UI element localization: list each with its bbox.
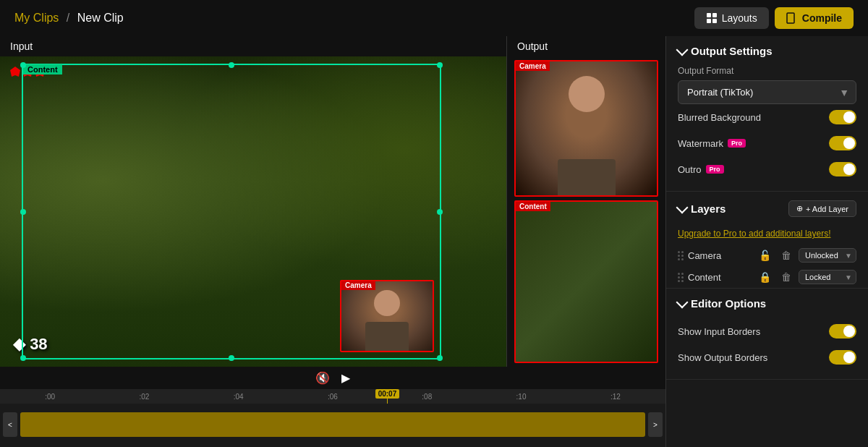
breadcrumb-my-clips[interactable]: My Clips bbox=[14, 12, 59, 24]
show-input-borders-label: Show Input Borders bbox=[678, 326, 760, 337]
breadcrumb-new-clip: New Clip bbox=[77, 12, 124, 24]
upgrade-text[interactable]: Upgrade to Pro to add additional layers! bbox=[666, 226, 868, 244]
blurred-bg-toggle[interactable] bbox=[829, 110, 856, 124]
output-game-bg bbox=[516, 202, 657, 362]
output-format-select[interactable]: Portrait (TikTok) Landscape (YouTube) Sq… bbox=[678, 80, 856, 104]
resize-handle-br[interactable] bbox=[437, 355, 443, 361]
show-output-borders-knob bbox=[843, 352, 855, 363]
timeline-playhead[interactable]: 00:07 bbox=[375, 389, 400, 404]
watermark-toggle[interactable] bbox=[829, 136, 856, 150]
outro-label-group: Outro Pro bbox=[678, 164, 724, 175]
svg-rect-4 bbox=[787, 13, 794, 23]
editor-options-title: Editor Options bbox=[678, 297, 766, 310]
mark-6: :12 bbox=[569, 393, 663, 401]
output-camera-section: Camera bbox=[514, 60, 658, 197]
content-drag-handle[interactable] bbox=[678, 273, 684, 282]
right-panel: Output Settings Output Format Portrait (… bbox=[665, 36, 868, 447]
breadcrumb: My Clips / New Clip bbox=[14, 12, 124, 25]
content-lock-icon[interactable]: 🔒 bbox=[756, 270, 774, 284]
watermark-knob bbox=[843, 137, 855, 149]
camera-person-input bbox=[341, 281, 433, 351]
watermark-label-group: Watermark Pro bbox=[678, 138, 746, 149]
output-canvas: Camera Content bbox=[507, 56, 665, 367]
content-layer-row: Content 🔒 🗑 Unlocked Locked ▼ bbox=[666, 266, 868, 288]
svg-rect-2 bbox=[707, 19, 711, 23]
output-person-body bbox=[558, 159, 616, 195]
compile-button[interactable]: Compile bbox=[775, 7, 854, 29]
layouts-icon bbox=[706, 12, 718, 24]
output-person-head bbox=[569, 76, 605, 112]
add-layer-icon: ⊕ bbox=[796, 204, 803, 213]
resize-handle-tr[interactable] bbox=[437, 62, 443, 68]
output-format-label: Output Format bbox=[678, 66, 856, 76]
resize-handle-bl[interactable] bbox=[20, 355, 26, 361]
header-buttons: Layouts Compile bbox=[694, 7, 854, 29]
output-settings-header[interactable]: Output Settings bbox=[666, 36, 868, 66]
editor-options-header[interactable]: Editor Options bbox=[666, 289, 868, 318]
show-input-borders-row: Show Input Borders bbox=[678, 318, 856, 344]
resize-handle-rm[interactable] bbox=[437, 209, 443, 215]
resize-handle-tm[interactable] bbox=[229, 62, 234, 68]
main: Input ◆ 38 bbox=[0, 36, 868, 447]
blurred-bg-row: Blurred Background bbox=[678, 104, 856, 130]
output-settings-content: Output Format Portrait (TikTok) Landscap… bbox=[666, 66, 868, 191]
camera-drag-handle[interactable] bbox=[678, 251, 684, 260]
chevron-layers bbox=[676, 201, 689, 213]
play-icon: ▶ bbox=[341, 371, 350, 385]
show-input-borders-knob bbox=[843, 325, 855, 337]
layers-title[interactable]: Layers bbox=[678, 203, 726, 215]
chevron-editor-options bbox=[676, 296, 689, 308]
output-settings-title: Output Settings bbox=[678, 45, 773, 57]
mute-icon: 🔇 bbox=[315, 371, 330, 385]
outro-pro-badge: Pro bbox=[706, 165, 724, 174]
outro-knob bbox=[843, 163, 855, 175]
layers-section: Layers ⊕ + Add Layer Upgrade to Pro to a… bbox=[666, 192, 868, 289]
show-input-borders-toggle[interactable] bbox=[829, 324, 856, 339]
input-label: Input bbox=[0, 36, 506, 56]
playback-controls: 🔇 ▶ bbox=[0, 367, 665, 389]
blurred-bg-knob bbox=[843, 111, 855, 123]
camera-layer-dropdown[interactable]: Unlocked Locked bbox=[799, 248, 856, 263]
person-head bbox=[374, 290, 400, 316]
timeline-marks: :00 :02 :04 :06 :08 :10 :12 bbox=[3, 393, 663, 401]
blurred-bg-label: Blurred Background bbox=[678, 112, 761, 123]
camera-delete-icon[interactable]: 🗑 bbox=[778, 248, 794, 263]
person-body bbox=[365, 322, 409, 351]
track-bar[interactable] bbox=[20, 412, 645, 437]
input-canvas: ◆ 38 Content bbox=[0, 56, 506, 367]
output-content-tag: Content bbox=[516, 202, 550, 211]
camera-dropdown-wrapper: Unlocked Locked ▼ bbox=[799, 248, 856, 263]
playhead-line bbox=[387, 399, 388, 404]
mark-0: :00 bbox=[3, 393, 97, 401]
timeline-ruler[interactable]: :00 :02 :04 :06 :08 :10 :12 00:07 bbox=[0, 389, 665, 404]
track-nav-left[interactable]: < bbox=[3, 412, 17, 437]
svg-rect-0 bbox=[707, 13, 711, 17]
output-camera-person bbox=[516, 61, 657, 195]
layers-section-header: Layers ⊕ + Add Layer bbox=[666, 192, 868, 226]
camera-overlay-input[interactable]: Camera bbox=[340, 280, 434, 352]
add-layer-button[interactable]: ⊕ + Add Layer bbox=[788, 200, 856, 217]
mark-2: :04 bbox=[192, 393, 286, 401]
play-button[interactable]: ▶ bbox=[341, 371, 350, 385]
watermark-pro-badge: Pro bbox=[728, 139, 746, 148]
mark-3: :06 bbox=[286, 393, 380, 401]
camera-lock-icon[interactable]: 🔓 bbox=[756, 248, 774, 263]
resize-handle-bm[interactable] bbox=[229, 355, 234, 361]
content-layer-name: Content bbox=[688, 272, 752, 283]
resize-handle-lm[interactable] bbox=[20, 209, 26, 215]
svg-rect-3 bbox=[712, 19, 717, 23]
outro-toggle[interactable] bbox=[829, 162, 856, 176]
output-label: Output bbox=[507, 36, 665, 56]
content-layer-dropdown[interactable]: Unlocked Locked bbox=[799, 270, 856, 284]
playhead-label: 00:07 bbox=[375, 389, 400, 399]
content-delete-icon[interactable]: 🗑 bbox=[778, 270, 794, 284]
editor-options-section: Editor Options Show Input Borders Show O… bbox=[666, 289, 868, 380]
heart-1 bbox=[10, 67, 20, 77]
output-settings-section: Output Settings Output Format Portrait (… bbox=[666, 36, 868, 192]
track-nav-right[interactable]: > bbox=[648, 412, 663, 437]
resize-handle-tl[interactable] bbox=[20, 62, 26, 68]
show-output-borders-toggle[interactable] bbox=[829, 350, 856, 365]
editor-options-content: Show Input Borders Show Output Borders bbox=[666, 318, 868, 379]
mute-button[interactable]: 🔇 bbox=[315, 371, 330, 385]
layouts-button[interactable]: Layouts bbox=[694, 7, 769, 29]
